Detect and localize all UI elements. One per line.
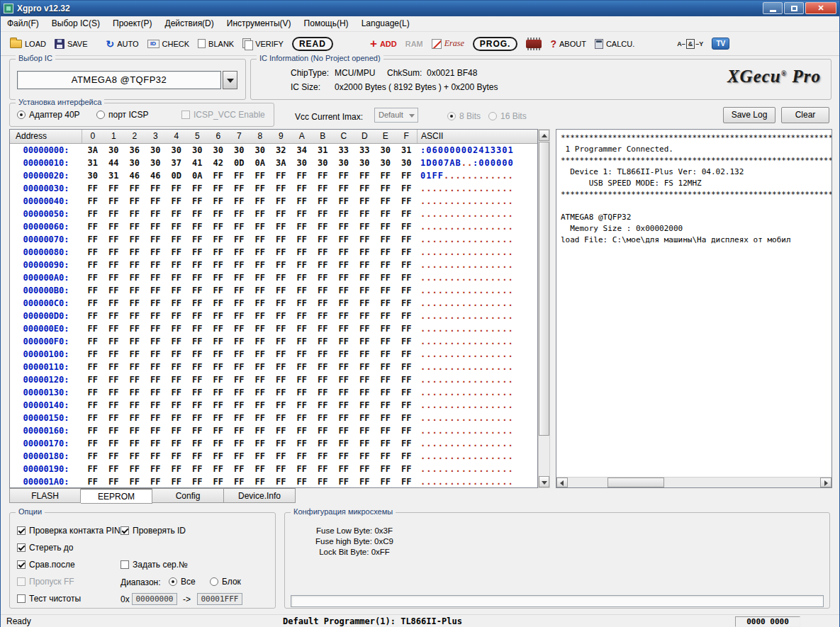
hex-byte[interactable]: FF <box>354 311 376 321</box>
hex-byte[interactable]: 30 <box>396 158 418 168</box>
hex-byte[interactable]: FF <box>250 413 271 423</box>
hex-byte[interactable]: FF <box>229 286 250 295</box>
hex-byte[interactable]: FF <box>145 235 167 244</box>
hex-byte[interactable]: FF <box>82 388 103 397</box>
chip-test-button[interactable] <box>526 40 542 48</box>
hex-byte[interactable]: FF <box>354 247 376 257</box>
hex-byte[interactable]: FF <box>333 426 354 436</box>
scroll-thumb[interactable] <box>539 142 549 436</box>
hex-byte[interactable]: FF <box>103 298 125 308</box>
hex-byte[interactable]: FF <box>271 413 292 423</box>
hex-byte[interactable]: FF <box>145 439 167 448</box>
hex-byte[interactable]: FF <box>291 171 313 181</box>
hex-byte[interactable]: FF <box>145 400 167 410</box>
hex-byte[interactable]: FF <box>291 311 313 321</box>
hex-byte[interactable]: FF <box>187 247 208 257</box>
hex-byte[interactable]: FF <box>208 426 229 436</box>
hex-byte[interactable]: FF <box>291 260 313 270</box>
load-button[interactable]: LOAD <box>10 40 46 48</box>
hex-byte[interactable]: FF <box>124 298 145 308</box>
hex-byte[interactable]: FF <box>354 400 376 410</box>
hex-byte[interactable]: FF <box>124 362 145 372</box>
hex-byte[interactable]: FF <box>208 273 229 283</box>
hex-byte[interactable]: FF <box>229 222 250 232</box>
hex-byte[interactable]: FF <box>313 171 334 181</box>
hex-row-00000050[interactable]: 00000050:FFFFFFFFFFFFFFFFFFFFFFFFFFFFFFF… <box>10 208 537 220</box>
hex-byte[interactable]: FF <box>333 171 354 181</box>
range-from-field[interactable]: 00000000 <box>132 593 177 605</box>
hex-byte[interactable]: FF <box>313 388 334 397</box>
hex-byte[interactable]: 30 <box>166 145 187 155</box>
hex-byte[interactable]: FF <box>145 375 167 385</box>
hex-byte[interactable]: 33 <box>354 145 376 155</box>
hex-byte[interactable]: FF <box>145 349 167 359</box>
hex-byte[interactable]: FF <box>124 247 145 257</box>
blank-test-checkbox[interactable]: Тест чистоты <box>17 594 81 604</box>
hex-byte[interactable]: FF <box>250 426 271 436</box>
range-block-radio[interactable]: Блок <box>210 577 241 587</box>
hex-byte[interactable]: FF <box>375 235 396 244</box>
hex-row-00000160[interactable]: 00000160:FFFFFFFFFFFFFFFFFFFFFFFFFFFFFFF… <box>10 424 537 437</box>
hex-byte[interactable]: FF <box>124 400 145 410</box>
hex-row-00000070[interactable]: 00000070:FFFFFFFFFFFFFFFFFFFFFFFFFFFFFFF… <box>10 233 537 246</box>
hex-byte[interactable]: FF <box>187 464 208 474</box>
hex-byte[interactable]: FF <box>166 464 187 474</box>
menu-item-4[interactable]: Действия(D) <box>159 16 220 31</box>
hex-row-00000110[interactable]: 00000110:FFFFFFFFFFFFFFFFFFFFFFFFFFFFFFF… <box>10 361 537 373</box>
close-button[interactable]: ✕ <box>805 2 836 14</box>
hex-byte[interactable]: 30 <box>103 145 125 155</box>
hex-byte[interactable]: FF <box>333 196 354 206</box>
hex-byte[interactable]: FF <box>103 451 125 461</box>
hex-byte[interactable]: 31 <box>82 158 103 168</box>
hex-byte[interactable]: FF <box>82 464 103 474</box>
hex-byte[interactable]: FF <box>124 426 145 436</box>
hex-byte[interactable]: FF <box>208 388 229 397</box>
hex-byte[interactable]: FF <box>208 439 229 448</box>
hex-byte[interactable]: FF <box>187 439 208 448</box>
hex-byte[interactable]: FF <box>333 349 354 359</box>
hex-byte[interactable]: FF <box>187 451 208 461</box>
hex-byte[interactable]: FF <box>208 477 229 487</box>
hex-byte[interactable]: FF <box>271 464 292 474</box>
icsp-port-radio[interactable]: порт ICSP <box>96 110 148 120</box>
hex-byte[interactable]: FF <box>291 362 313 372</box>
hex-byte[interactable]: FF <box>82 324 103 334</box>
hex-byte[interactable]: FF <box>187 286 208 295</box>
hex-byte[interactable]: FF <box>124 439 145 448</box>
hex-byte[interactable]: FF <box>354 337 376 346</box>
hex-byte[interactable]: FF <box>187 337 208 346</box>
hex-byte[interactable]: FF <box>82 349 103 359</box>
tab-config[interactable]: Config <box>152 488 224 503</box>
hex-byte[interactable]: FF <box>354 286 376 295</box>
hex-byte[interactable]: FF <box>354 171 376 181</box>
hex-byte[interactable]: FF <box>124 311 145 321</box>
hex-byte[interactable]: FF <box>271 171 292 181</box>
hex-byte[interactable]: 0D <box>229 158 250 168</box>
hex-byte[interactable]: FF <box>250 247 271 257</box>
hex-byte[interactable]: FF <box>166 260 187 270</box>
hex-byte[interactable]: FF <box>354 464 376 474</box>
hex-byte[interactable]: FF <box>103 260 125 270</box>
hex-byte[interactable]: FF <box>145 209 167 219</box>
hex-byte[interactable]: FF <box>82 362 103 372</box>
hex-byte[interactable]: FF <box>103 349 125 359</box>
hex-byte[interactable]: FF <box>396 183 418 193</box>
hex-byte[interactable]: FF <box>145 298 167 308</box>
erase-before-checkbox[interactable]: Стереть до <box>17 543 73 553</box>
prog-button[interactable]: PROG. <box>473 37 518 51</box>
verify-after-checkbox[interactable]: Срав.после <box>17 560 75 570</box>
hex-byte[interactable]: FF <box>375 222 396 232</box>
hex-byte[interactable]: FF <box>333 286 354 295</box>
hex-row-000000B0[interactable]: 000000B0:FFFFFFFFFFFFFFFFFFFFFFFFFFFFFFF… <box>10 284 537 297</box>
hex-byte[interactable]: FF <box>124 388 145 397</box>
hex-row-00000170[interactable]: 00000170:FFFFFFFFFFFFFFFFFFFFFFFFFFFFFFF… <box>10 437 537 450</box>
hex-byte[interactable]: FF <box>187 413 208 423</box>
hex-byte[interactable]: 41 <box>187 158 208 168</box>
hex-byte[interactable]: FF <box>354 273 376 283</box>
hex-byte[interactable]: 30 <box>291 158 313 168</box>
hex-byte[interactable]: FF <box>103 426 125 436</box>
hex-byte[interactable]: FF <box>229 298 250 308</box>
hex-byte[interactable]: FF <box>271 273 292 283</box>
hex-byte[interactable]: 44 <box>103 158 125 168</box>
hex-byte[interactable]: 3A <box>82 145 103 155</box>
